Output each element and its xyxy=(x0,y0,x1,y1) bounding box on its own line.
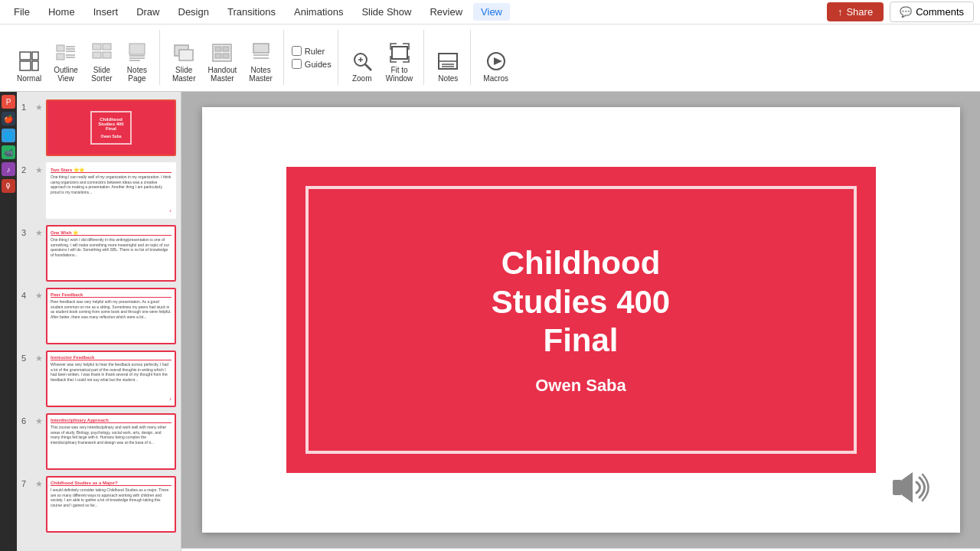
comments-icon: 💬 xyxy=(900,6,912,18)
svg-marker-41 xyxy=(902,472,913,503)
safari-icon[interactable]: 🌐 xyxy=(2,129,15,142)
svg-rect-33 xyxy=(392,47,407,59)
fit-to-window-button[interactable]: Fit toWindow xyxy=(381,39,418,85)
zoom-label: Zoom xyxy=(352,74,372,83)
fit-to-window-label: Fit toWindow xyxy=(386,66,413,83)
normal-view-label: Normal xyxy=(17,74,41,83)
slide-thumbnail-3[interactable]: 3 ★ One Wish ⭐ One thing I wish I did di… xyxy=(20,223,178,283)
slide-thumb-img-1: ChildhoodStudies 400Final Owen Saba xyxy=(46,99,176,156)
svg-rect-0 xyxy=(20,52,31,60)
handout-master-icon xyxy=(211,41,234,64)
menu-file[interactable]: File xyxy=(6,3,38,21)
menu-insert[interactable]: Insert xyxy=(86,3,126,21)
slide-number-6: 6 xyxy=(21,416,32,425)
comments-button[interactable]: 💬 Comments xyxy=(890,2,974,22)
music-icon[interactable]: ♪ xyxy=(2,162,15,176)
slide-sorter-label: SlideSorter xyxy=(91,66,112,83)
share-button[interactable]: ↑ Share xyxy=(827,2,884,21)
podcast-icon[interactable]: 🎙 xyxy=(2,179,15,193)
slide-4-title: Peer Feedback xyxy=(51,292,172,298)
slide-inner-border: Childhood Studies 400 Final Owen Saba xyxy=(305,186,857,454)
slide-thumb-img-3: One Wish ⭐ One thing I wish I did differ… xyxy=(46,225,176,282)
zoom-group: Zoom Fit toWindow xyxy=(340,30,425,85)
slide-canvas[interactable]: Childhood Studies 400 Final Owen Saba xyxy=(202,107,960,533)
menu-draw[interactable]: Draw xyxy=(129,3,167,21)
slide-4-content: Peer Feedback Peer feedback was very hel… xyxy=(47,289,175,343)
slide-1-inner-box: ChildhoodStudies 400Final Owen Saba xyxy=(90,111,131,145)
notes-group: Notes xyxy=(426,30,471,85)
menu-design[interactable]: Design xyxy=(171,3,217,21)
slide-master-label: SlideMaster xyxy=(172,66,196,83)
menu-animations[interactable]: Animations xyxy=(286,3,351,21)
slide-thumbnail-2[interactable]: 2 ★ Two Stars ⭐⭐ One thing I can really … xyxy=(20,161,178,220)
app-sidebar: P 🍎 🌐 📹 ♪ 🎙 xyxy=(0,92,17,551)
audio-icon-container[interactable] xyxy=(891,468,937,510)
menu-review[interactable]: Review xyxy=(422,3,470,21)
slide-thumbnail-4[interactable]: 4 ★ Peer Feedback Peer feedback was very… xyxy=(20,286,178,346)
slide-thumb-img-2: Two Stars ⭐⭐ One thing I can really well… xyxy=(46,162,176,219)
slide-thumb-img-4: Peer Feedback Peer feedback was very hel… xyxy=(46,288,176,344)
menu-view[interactable]: View xyxy=(473,3,510,21)
notes-bar[interactable]: Click to add notes xyxy=(181,548,980,551)
slide-6-body: This course was very interdisciplinary a… xyxy=(51,425,172,445)
slide-sorter-button[interactable]: SlideSorter xyxy=(86,39,118,85)
svg-line-30 xyxy=(365,64,371,70)
svg-rect-4 xyxy=(57,45,64,51)
svg-rect-40 xyxy=(893,480,902,495)
slide-number-5: 5 xyxy=(21,354,32,363)
facetime-icon[interactable]: 📹 xyxy=(2,145,15,159)
ruler-checkbox[interactable] xyxy=(292,46,302,56)
slide-6-title: Interdisciplinary Approach xyxy=(51,418,172,423)
zoom-button[interactable]: Zoom xyxy=(346,47,378,85)
svg-rect-8 xyxy=(57,54,64,60)
svg-rect-26 xyxy=(253,44,269,53)
macros-button[interactable]: Macros xyxy=(479,47,513,85)
menu-transitions[interactable]: Transitions xyxy=(220,3,283,21)
notes-page-icon xyxy=(126,41,149,64)
canvas-area[interactable]: Childhood Studies 400 Final Owen Saba xyxy=(181,92,980,548)
slide-5-content: Instructor Feedback Whoever was very hel… xyxy=(47,352,175,406)
powerpoint-app-icon[interactable]: P xyxy=(2,95,15,109)
slide-thumbnail-7[interactable]: 7 ★ Childhood Studies as a Major? I woul… xyxy=(20,474,178,534)
notes-page-button[interactable]: NotesPage xyxy=(121,39,153,85)
share-icon: ↑ xyxy=(838,6,843,18)
slide-thumbnail-6[interactable]: 6 ★ Interdisciplinary Approach This cour… xyxy=(20,412,178,471)
zoom-icon xyxy=(351,50,374,73)
outline-view-label: OutlineView xyxy=(54,66,78,83)
slide-2-arrow: › xyxy=(169,207,172,214)
slide-master-button[interactable]: SlideMaster xyxy=(168,39,201,85)
ribbon: Normal OutlineView xyxy=(0,24,980,92)
slide-7-body: I would definitely consider taking Child… xyxy=(51,487,172,507)
notes-view-button[interactable]: Notes xyxy=(432,47,464,85)
notes-master-label: NotesMaster xyxy=(249,66,273,83)
main-area: P 🍎 🌐 📹 ♪ 🎙 1 ★ ChildhoodStudies 400Fina… xyxy=(0,92,980,551)
guides-label: Guides xyxy=(305,60,332,69)
macros-icon xyxy=(485,50,508,73)
menu-slideshow[interactable]: Slide Show xyxy=(354,3,419,21)
svg-rect-20 xyxy=(179,50,193,60)
slide-2-body: One thing I can really well of my organi… xyxy=(51,174,172,194)
slide-star-6: ★ xyxy=(35,416,43,426)
slide-thumb-img-5: Instructor Feedback Whoever was very hel… xyxy=(46,350,176,407)
slide-2-content: Two Stars ⭐⭐ One thing I can really well… xyxy=(47,164,175,217)
ruler-label: Ruler xyxy=(305,47,325,56)
slide-star-3: ★ xyxy=(35,228,43,238)
master-views-group: SlideMaster HandoutMaster xyxy=(162,30,284,85)
slide-3-body: One thing I wish I did differently in th… xyxy=(51,237,172,257)
ruler-checkbox-row[interactable]: Ruler xyxy=(292,46,332,56)
guides-checkbox[interactable] xyxy=(292,59,302,69)
handout-master-button[interactable]: HandoutMaster xyxy=(203,39,241,85)
slide-thumbnail-1[interactable]: 1 ★ ChildhoodStudies 400Final Owen Saba xyxy=(20,98,178,158)
audio-icon[interactable] xyxy=(891,468,937,507)
guides-checkbox-row[interactable]: Guides xyxy=(292,59,332,69)
slide-thumbnail-5[interactable]: 5 ★ Instructor Feedback Whoever was very… xyxy=(20,349,178,409)
finder-icon[interactable]: 🍎 xyxy=(2,112,15,126)
menu-home[interactable]: Home xyxy=(41,3,83,21)
notes-view-label: Notes xyxy=(438,74,458,83)
normal-view-button[interactable]: Normal xyxy=(12,47,46,85)
menu-bar: File Home Insert Draw Design Transitions… xyxy=(0,0,980,24)
outline-view-icon xyxy=(54,41,77,64)
outline-view-button[interactable]: OutlineView xyxy=(49,39,83,85)
slide-3-title: One Wish ⭐ xyxy=(51,230,172,236)
notes-master-button[interactable]: NotesMaster xyxy=(244,39,277,85)
